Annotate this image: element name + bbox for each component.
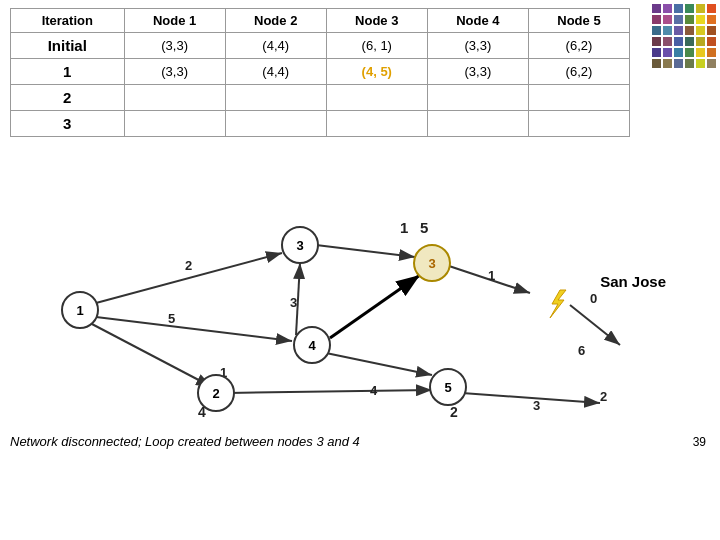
edge-3top-3circle (316, 245, 415, 257)
page-number: 39 (693, 435, 706, 449)
cell-r0-n4: (3,3) (427, 33, 528, 59)
cell-r1-n1: (3,3) (124, 59, 225, 85)
cell-r2-n2 (225, 85, 326, 111)
table-row: 3 (11, 111, 630, 137)
edge-lightning-right (570, 305, 620, 345)
cell-r3-n2 (225, 111, 326, 137)
col-header-node5: Node 5 (528, 9, 629, 33)
san-jose-label: San Jose (600, 273, 666, 291)
node-1-label: 1 (76, 303, 83, 318)
cell-r0-n2: (4,4) (225, 33, 326, 59)
row-label-1: 1 (11, 59, 125, 85)
cell-r3-n3 (326, 111, 427, 137)
label-5-top: 5 (420, 219, 428, 236)
edge-label-0: 0 (590, 291, 597, 306)
label-2-bottom: 2 (450, 404, 458, 420)
cell-r1-n3: (4, 5) (326, 59, 427, 85)
row-label-2: 2 (11, 85, 125, 111)
col-header-node2: Node 2 (225, 9, 326, 33)
col-header-node3: Node 3 (326, 9, 427, 33)
node-3top-label: 3 (296, 238, 303, 253)
decoration-dots (652, 4, 716, 68)
lightning-icon (550, 290, 566, 318)
svg-marker-2 (550, 290, 566, 318)
edge-label-2right: 2 (600, 389, 607, 404)
cell-r2-n5 (528, 85, 629, 111)
table-row: Initial (3,3) (4,4) (6, 1) (3,3) (6,2) (11, 33, 630, 59)
col-header-node4: Node 4 (427, 9, 528, 33)
edge-label-2: 2 (185, 258, 192, 273)
edge-label-4lower: 4 (370, 383, 378, 398)
edge-label-6: 6 (578, 343, 585, 358)
node-4-label: 4 (308, 338, 316, 353)
edge-4-5 (326, 353, 432, 375)
cell-r3-n1 (124, 111, 225, 137)
label-1-top: 1 (400, 219, 408, 236)
edge-2lower-5 (228, 390, 432, 393)
col-header-node1: Node 1 (124, 9, 225, 33)
row-label-3: 3 (11, 111, 125, 137)
edge-1-lower (90, 323, 212, 387)
cell-r3-n5 (528, 111, 629, 137)
node-5-label: 5 (444, 380, 451, 395)
edge-label-3left: 3 (290, 295, 297, 310)
table-row: 1 (3,3) (4,4) (4, 5) (3,3) (6,2) (11, 59, 630, 85)
cell-r1-n5: (6,2) (528, 59, 629, 85)
cell-r2-n4 (427, 85, 528, 111)
table-section: Iteration Node 1 Node 2 Node 3 Node 4 No… (0, 0, 720, 141)
edge-5-right (462, 393, 600, 403)
cell-r2-n3 (326, 85, 427, 111)
col-header-iteration: Iteration (11, 9, 125, 33)
edge-label-5: 5 (168, 311, 175, 326)
edge-label-1right: 1 (488, 268, 495, 283)
cell-r3-n4 (427, 111, 528, 137)
table-row: 2 (11, 85, 630, 111)
node-3right-label: 3 (428, 256, 435, 271)
edge-1-4 (96, 317, 292, 341)
caption-text: Network disconnected; Loop created betwe… (10, 434, 360, 449)
edge-label-3right: 3 (533, 398, 540, 413)
cell-r0-n1: (3,3) (124, 33, 225, 59)
row-label-initial: Initial (11, 33, 125, 59)
edge-bold-4-3 (330, 275, 420, 338)
node-2-label: 2 (212, 386, 219, 401)
cell-r1-n2: (4,4) (225, 59, 326, 85)
diagram-section: 2 5 3 1 4 1 0 6 3 2 1 5 1 3 4 3 5 2 4 (0, 145, 720, 455)
cell-r1-n4: (3,3) (427, 59, 528, 85)
cell-r0-n3: (6, 1) (326, 33, 427, 59)
label-4-bottom: 4 (198, 404, 206, 420)
cell-r2-n1 (124, 85, 225, 111)
cell-r0-n5: (6,2) (528, 33, 629, 59)
iteration-table: Iteration Node 1 Node 2 Node 3 Node 4 No… (10, 8, 630, 137)
